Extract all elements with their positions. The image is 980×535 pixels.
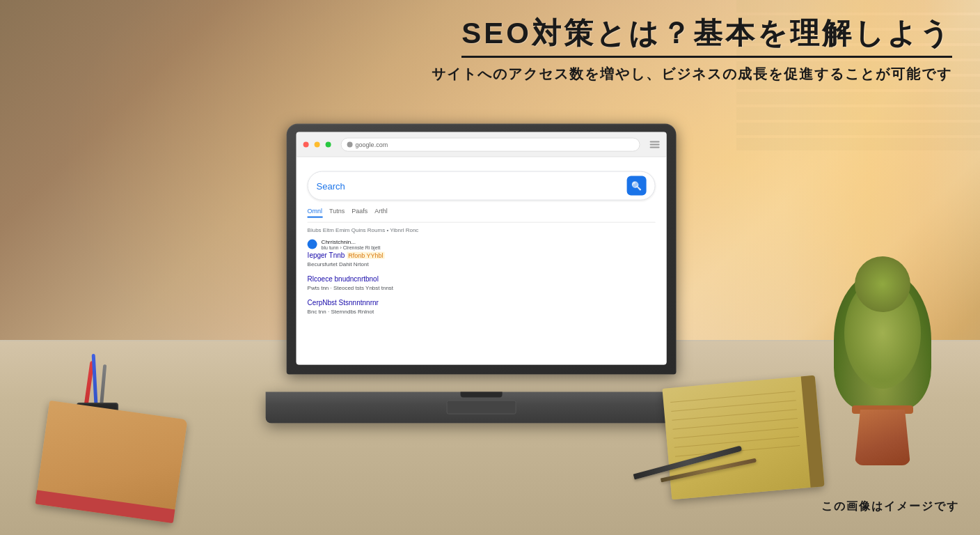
- plant-bush: [834, 270, 931, 410]
- result-title-2[interactable]: Rlcoece bnudncnrtbnol: [308, 275, 656, 283]
- main-title: SEO対策とは？基本を理解しよう: [28, 14, 952, 65]
- browser-menu-icon[interactable]: [650, 141, 660, 148]
- browser-chrome: google.com: [297, 132, 667, 157]
- image-label: この画像はイメージです: [821, 499, 959, 514]
- search-button[interactable]: [627, 176, 647, 196]
- search-result-3: CerpNbst Stsnnntnnrnr Bnc tnn · Sternndb…: [308, 299, 656, 316]
- result-top-1: Chrristchnin... blu tunn › Clrennste Ri …: [308, 239, 656, 250]
- notebook-lines: [670, 391, 803, 492]
- search-nav-more[interactable]: Arthl: [374, 208, 388, 218]
- browser-close-btn[interactable]: [303, 141, 309, 147]
- search-result-1: Chrristchnin... blu tunn › Clrennste Ri …: [308, 239, 656, 268]
- laptop-trackpad[interactable]: [447, 401, 516, 414]
- result-snippet-3: Bnc tnn · Sternndbs Rnlnot: [308, 308, 656, 316]
- search-input[interactable]: Search: [317, 180, 622, 191]
- browser-maximize-btn[interactable]: [326, 141, 331, 147]
- result-url-1: blu tunn › Clrennste Ri bjett: [322, 245, 381, 250]
- search-nav-news[interactable]: Paafs: [351, 208, 368, 218]
- page-subtitle: サイトへのアクセス数を増やし、ビジネスの成長を促進することが可能です: [28, 65, 952, 84]
- plant-pot: [855, 410, 910, 465]
- page-title: SEO対策とは？基本を理解しよう: [461, 14, 952, 58]
- notebook-left: [35, 401, 188, 523]
- favicon-icon: [347, 141, 353, 147]
- laptop-screen: google.com Search Omnl Tutns Paafs: [297, 132, 667, 365]
- search-stats: Blubs Eltm Emim Quins Roums • Yibnrl Ron…: [308, 227, 656, 233]
- result-title-3[interactable]: CerpNbst Stsnnntnnrnr: [308, 299, 656, 307]
- result-snippet-2: Pwts tnn · Steoced tsts Ynbst tnnst: [308, 284, 656, 292]
- header-overlay: SEO対策とは？基本を理解しよう サイトへのアクセス数を増やし、ビジネスの成長を…: [0, 0, 980, 94]
- result-title-1[interactable]: Iepger Tnnb Rfonb YYhbl: [308, 251, 656, 259]
- laptop-screen-frame: google.com Search Omnl Tutns Paafs: [287, 124, 677, 375]
- address-text: google.com: [356, 141, 388, 148]
- result-snippet-1: Becursfurtet Dahit Nrtont: [308, 261, 656, 268]
- search-nav-images[interactable]: Tutns: [329, 208, 345, 218]
- search-nav-all[interactable]: Omnl: [308, 208, 323, 218]
- browser-address-bar[interactable]: google.com: [341, 137, 640, 151]
- result-favicon-1: [308, 240, 317, 249]
- laptop-hinge: [461, 392, 503, 398]
- result-source-1: Chrristchnin...: [322, 239, 381, 245]
- search-page: Search Omnl Tutns Paafs Arthl Blubs Eltm…: [297, 157, 667, 365]
- search-nav: Omnl Tutns Paafs Arthl: [308, 208, 656, 223]
- laptop: google.com Search Omnl Tutns Paafs: [266, 124, 697, 424]
- search-bar-container[interactable]: Search: [308, 171, 656, 201]
- notebook-right: [662, 375, 824, 500]
- browser-minimize-btn[interactable]: [315, 141, 320, 147]
- plant: [827, 270, 938, 465]
- laptop-base: [266, 392, 697, 424]
- search-result-2: Rlcoece bnudncnrtbnol Pwts tnn · Steoced…: [308, 275, 656, 292]
